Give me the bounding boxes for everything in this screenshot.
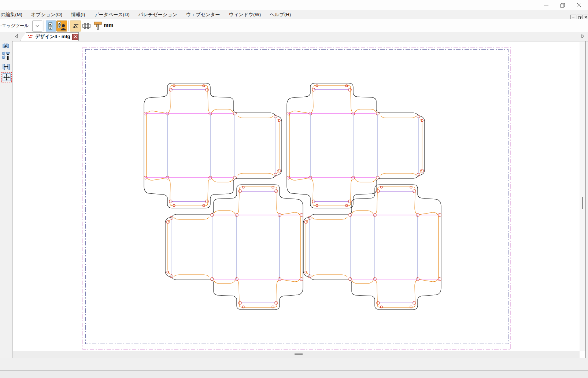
status-bar [0,358,588,370]
gap-arrows-icon [2,62,11,71]
carton-blanks[interactable] [144,83,441,310]
nick-icon [93,21,102,30]
menu-options[interactable]: オプション(O) [27,11,67,18]
current-tool-label: -エッジツール [0,23,29,29]
unit-label: mm [104,22,114,29]
menu-window[interactable]: ウィンドウ(W) [225,11,265,18]
add-blank-tool[interactable] [1,41,11,51]
sheet-edge [83,47,510,349]
zigzag-arrow-icon [72,23,79,29]
tab-title: デザイン4 - mfg [35,33,70,40]
carton-blank-2[interactable] [287,83,425,208]
add-blank-icon [2,41,11,50]
carton-blank-4[interactable] [303,185,441,310]
blank-info-tool[interactable] [1,51,11,61]
window-minimize-button[interactable] [539,0,553,10]
move-cross-icon [3,73,11,81]
manufacturing-layout-drawing[interactable] [13,42,580,351]
checklist-user-icon [58,22,66,30]
menu-webcenter[interactable]: ウェブセンター [182,11,225,18]
drawing-canvas[interactable] [12,41,586,358]
bridge-tool-button[interactable] [81,21,92,31]
tab-design4-mfg[interactable]: デザイン4 - mfg [20,32,79,41]
menu-help[interactable]: ヘルプ(H) [265,11,295,18]
tab-scroll-right-button[interactable] [580,33,586,40]
side-toolbar [0,41,12,358]
sheet-boundaries [83,47,510,349]
document-tab-bar: デザイン4 - mfg [0,32,588,41]
gap-distance-tool[interactable] [1,62,11,71]
vertical-scrollbar[interactable] [580,42,585,351]
carton-blank-1[interactable] [144,83,282,208]
carton-blank-3[interactable] [165,185,303,310]
menu-edit[interactable]: の編集(M) [0,11,27,18]
bottom-strip [0,371,588,378]
minimize-icon [544,3,548,7]
window-close-button[interactable] [572,0,586,10]
menu-palletization[interactable]: パレチゼーション [134,11,182,18]
close-icon [74,35,77,38]
sheet-margin [85,49,508,344]
restore-icon [578,16,581,19]
close-icon [577,3,581,7]
chevron-down-icon [36,25,39,27]
close-icon [584,16,587,19]
menu-information[interactable]: 情報(I) [67,11,89,18]
menu-database[interactable]: データベース(D) [89,11,134,18]
checklist-toggle-button[interactable] [46,21,56,32]
checklist-icon [48,22,54,30]
window-restore-button[interactable] [555,0,569,10]
horizontal-scrollbar[interactable] [13,351,580,358]
toolbar: -エッジツール [0,19,588,32]
layout-document-icon [28,34,33,39]
triangle-left-icon [15,34,18,38]
lead-edge-tool-button[interactable] [70,21,81,32]
minimize-icon [572,16,575,19]
menu-bar: の編集(M) オプション(O) 情報(I) データベース(D) パレチゼーション… [0,10,588,19]
move-tool[interactable] [1,72,12,82]
blank-info-icon [2,51,11,61]
restore-icon [560,3,565,8]
tab-scroll-left-button[interactable] [13,33,20,40]
horizontal-scrollbar-thumb[interactable] [295,353,303,355]
tab-close-button[interactable] [72,34,78,40]
triangle-right-icon [581,34,584,38]
nick-tool-button[interactable] [93,21,103,31]
title-bar [0,0,588,10]
tool-dropdown[interactable] [32,21,42,32]
toolbar-separator [44,21,44,31]
toolbar-separator [68,21,69,31]
checklist-user-toggle-button[interactable] [56,21,67,32]
vertical-scrollbar-thumb[interactable] [582,197,583,209]
bridge-icon [82,22,91,29]
